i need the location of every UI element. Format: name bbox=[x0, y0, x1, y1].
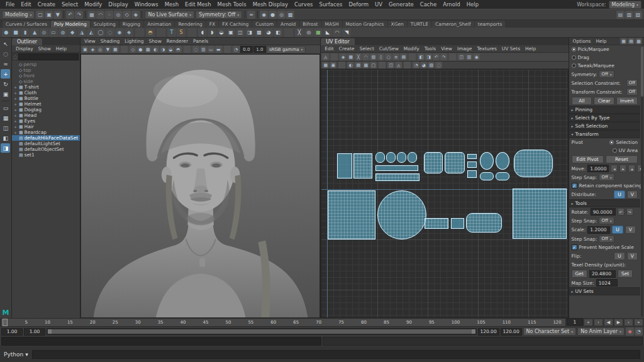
separator[interactable] bbox=[224, 46, 231, 53]
shelf-tab[interactable]: Custom bbox=[252, 21, 277, 28]
lock-camera-icon[interactable]: ◈ bbox=[89, 46, 96, 53]
playhead[interactable] bbox=[3, 319, 8, 326]
radio-icon[interactable] bbox=[613, 148, 617, 153]
shelf-tab[interactable]: Poly Modeling bbox=[51, 21, 90, 28]
range-handle-right[interactable] bbox=[472, 329, 475, 334]
uv-shell-border-toggle-icon[interactable]: ▤ bbox=[628, 38, 635, 45]
redo-icon[interactable]: ↷ bbox=[75, 11, 83, 19]
menu-item[interactable]: Modify bbox=[81, 1, 105, 8]
step-forward-frame-icon[interactable]: › bbox=[624, 319, 633, 326]
poly-cube-icon[interactable]: ■ bbox=[11, 28, 20, 37]
shelf-tab[interactable]: TURTLE bbox=[408, 21, 431, 28]
range-slider-track[interactable] bbox=[47, 328, 477, 335]
render-current-frame-icon[interactable]: ● bbox=[269, 11, 277, 19]
separator[interactable] bbox=[449, 53, 456, 60]
rotate-value-field[interactable]: 90.0000 bbox=[591, 208, 616, 216]
menu-item[interactable]: Panels bbox=[191, 38, 211, 44]
shelf-tab[interactable]: Curves / Surfaces bbox=[3, 21, 50, 28]
play-backward-icon[interactable]: ◀ bbox=[604, 319, 613, 326]
animation-preferences-icon[interactable]: ◔ bbox=[635, 327, 643, 336]
snap-to-view-plane-icon[interactable]: ◇ bbox=[123, 11, 131, 19]
snap-to-point-icon[interactable]: ◦ bbox=[105, 11, 113, 19]
uv-shell[interactable] bbox=[424, 152, 443, 173]
workspace-dropdown[interactable]: Modeling▾ bbox=[609, 1, 641, 9]
move-value-field[interactable]: 1.0000 bbox=[587, 165, 609, 172]
select-clear-button[interactable]: Clear bbox=[594, 97, 614, 105]
menu-item[interactable]: Show bbox=[36, 46, 53, 52]
poly-prism-icon[interactable]: ◭ bbox=[87, 28, 96, 37]
shelf-tab[interactable]: FX bbox=[206, 21, 218, 28]
shelf-tab[interactable]: Arnold bbox=[277, 21, 299, 28]
playback-start-field[interactable]: 1.00 bbox=[24, 328, 45, 336]
texel-value-field[interactable]: 20.4800 bbox=[589, 270, 616, 278]
sculpt-tool-icon[interactable]: ◓ bbox=[146, 28, 155, 37]
scale-step-dropdown[interactable]: Off▾ bbox=[599, 235, 614, 243]
section-pinning[interactable]: ▸Pinning bbox=[569, 106, 640, 114]
screen-space-ao-icon[interactable]: ◒ bbox=[167, 46, 174, 53]
uv-shell[interactable] bbox=[328, 190, 375, 239]
animation-end-field[interactable]: 120.00 bbox=[501, 328, 522, 336]
separator[interactable] bbox=[409, 53, 416, 60]
menu-item[interactable]: Select bbox=[58, 1, 81, 8]
uv-lattice-icon[interactable]: ▦ bbox=[347, 53, 354, 60]
outliner-item[interactable]: + ▦ Eyes bbox=[12, 118, 80, 124]
rotate-cw-icon[interactable]: ↷ bbox=[440, 53, 447, 60]
target-weld-icon[interactable]: ◎ bbox=[304, 28, 313, 37]
menu-item[interactable]: Mesh bbox=[162, 1, 182, 8]
poly-pyramid-icon[interactable]: ◮ bbox=[77, 28, 86, 37]
open-scene-icon[interactable]: ▣ bbox=[45, 11, 53, 19]
radio-icon[interactable] bbox=[609, 140, 614, 145]
symmetry-value-dropdown[interactable]: Off▾ bbox=[599, 70, 614, 78]
tool-settings-toggle-icon[interactable]: ▥ bbox=[625, 11, 633, 19]
extract-icon[interactable]: ◨ bbox=[245, 28, 254, 37]
viewport-3d-view[interactable] bbox=[81, 55, 319, 317]
anti-alias-icon[interactable]: ◓ bbox=[175, 46, 182, 53]
menu-help[interactable]: Help bbox=[594, 38, 608, 44]
flip-u-icon[interactable]: ◧ bbox=[418, 53, 425, 60]
outliner-item[interactable]: + ▦ Dogtag bbox=[12, 107, 80, 112]
layout-icon[interactable]: ▤ bbox=[400, 53, 407, 60]
boolean-union-icon[interactable]: ◖ bbox=[198, 28, 207, 37]
rotate-tool-icon[interactable]: ↻ bbox=[1, 79, 10, 89]
pixel-snap-icon[interactable]: ▣ bbox=[330, 62, 336, 69]
uv-shell[interactable] bbox=[496, 152, 509, 170]
uv-exposure-icon[interactable]: ◔ bbox=[413, 62, 419, 69]
outliner-item[interactable]: ▤ defaultLightSet bbox=[12, 141, 80, 146]
move-tool-icon[interactable]: + bbox=[1, 69, 10, 79]
separator[interactable] bbox=[142, 11, 142, 18]
expand-icon[interactable]: + bbox=[13, 124, 18, 129]
uv-shell[interactable] bbox=[386, 152, 396, 163]
separator[interactable] bbox=[284, 28, 293, 37]
menu-item[interactable]: Display bbox=[13, 46, 36, 52]
ipr-render-icon[interactable]: ◎ bbox=[277, 11, 286, 19]
flip-u-button[interactable]: U bbox=[614, 252, 625, 260]
shelf-tab[interactable]: Rigging bbox=[119, 21, 143, 28]
selection-mode-option[interactable]: Drag bbox=[569, 53, 640, 62]
menu-item[interactable]: Mesh Display bbox=[250, 1, 291, 8]
separator[interactable] bbox=[245, 11, 245, 18]
outliner-item[interactable]: ▤ defaultHikFaceDataSet bbox=[12, 135, 80, 141]
menu-item[interactable]: View bbox=[82, 38, 98, 44]
menu-item[interactable]: UV bbox=[372, 1, 386, 8]
separator[interactable] bbox=[184, 46, 191, 53]
menu-item[interactable]: Mesh Tools bbox=[214, 1, 250, 8]
poly-sphere-icon[interactable]: ● bbox=[2, 28, 11, 37]
save-scene-icon[interactable]: ▼ bbox=[53, 11, 62, 19]
uv-gamma-icon[interactable]: ◕ bbox=[420, 62, 427, 69]
menu-item[interactable]: Deform bbox=[345, 1, 372, 8]
use-lights-icon[interactable]: ◐ bbox=[152, 46, 159, 53]
expand-icon[interactable]: + bbox=[13, 96, 18, 101]
go-to-start-icon[interactable]: « bbox=[584, 319, 593, 326]
make-live-icon[interactable]: ◈ bbox=[131, 11, 140, 19]
baked-texture-icon[interactable]: ▨ bbox=[428, 62, 435, 69]
map-size-field[interactable]: 1024 bbox=[596, 279, 618, 287]
poly-cone-icon[interactable]: ▲ bbox=[30, 28, 39, 37]
edit-pivot-button[interactable]: Edit Pivot bbox=[572, 155, 604, 163]
menu-item[interactable]: UV Sets bbox=[499, 46, 523, 52]
shelf-tab[interactable]: teamports bbox=[475, 21, 506, 28]
rotate-cw-button[interactable]: ↷ bbox=[626, 208, 633, 216]
outliner-item[interactable]: ◇ persp bbox=[12, 62, 80, 67]
expand-icon[interactable]: + bbox=[13, 107, 18, 112]
uv-shell[interactable] bbox=[377, 190, 426, 239]
uv-grid-snap-icon[interactable]: ▦ bbox=[322, 62, 329, 69]
